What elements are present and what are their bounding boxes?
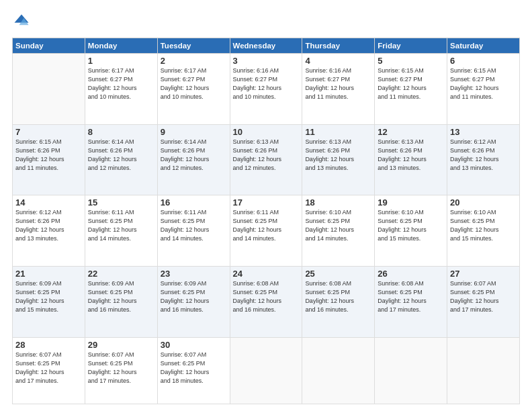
day-number: 29 xyxy=(88,340,154,350)
header-row: SundayMondayTuesdayWednesdayThursdayFrid… xyxy=(13,38,520,54)
day-number: 10 xyxy=(233,127,300,137)
day-cell: 5Sunrise: 6:15 AM Sunset: 6:27 PM Daylig… xyxy=(375,54,447,125)
day-info: Sunrise: 6:09 AM Sunset: 6:25 PM Dayligh… xyxy=(161,279,227,314)
day-cell: 22Sunrise: 6:09 AM Sunset: 6:25 PM Dayli… xyxy=(85,266,157,337)
day-number: 19 xyxy=(378,197,444,208)
day-info: Sunrise: 6:13 AM Sunset: 6:26 PM Dayligh… xyxy=(378,138,444,173)
day-info: Sunrise: 6:11 AM Sunset: 6:25 PM Dayligh… xyxy=(233,208,300,243)
day-header-tuesday: Tuesday xyxy=(157,38,230,54)
day-number: 17 xyxy=(233,197,300,208)
day-cell: 14Sunrise: 6:12 AM Sunset: 6:26 PM Dayli… xyxy=(13,195,85,267)
day-cell: 10Sunrise: 6:13 AM Sunset: 6:26 PM Dayli… xyxy=(230,124,302,195)
day-number: 15 xyxy=(88,197,154,208)
day-info: Sunrise: 6:07 AM Sunset: 6:25 PM Dayligh… xyxy=(15,351,82,385)
week-row-1: 1Sunrise: 6:17 AM Sunset: 6:27 PM Daylig… xyxy=(13,54,520,125)
day-number: 21 xyxy=(15,269,82,279)
day-number: 2 xyxy=(161,56,227,66)
week-row-3: 14Sunrise: 6:12 AM Sunset: 6:26 PM Dayli… xyxy=(13,195,520,267)
day-cell: 15Sunrise: 6:11 AM Sunset: 6:25 PM Dayli… xyxy=(85,195,157,267)
day-number: 7 xyxy=(15,127,82,137)
day-info: Sunrise: 6:07 AM Sunset: 6:25 PM Dayligh… xyxy=(161,351,227,385)
svg-marker-0 xyxy=(15,15,29,23)
day-number: 27 xyxy=(450,269,517,279)
day-number: 11 xyxy=(305,127,371,137)
day-info: Sunrise: 6:14 AM Sunset: 6:26 PM Dayligh… xyxy=(88,138,154,173)
week-row-2: 7Sunrise: 6:15 AM Sunset: 6:26 PM Daylig… xyxy=(13,124,520,195)
day-info: Sunrise: 6:15 AM Sunset: 6:27 PM Dayligh… xyxy=(450,66,517,101)
day-number: 24 xyxy=(233,269,300,279)
day-info: Sunrise: 6:10 AM Sunset: 6:25 PM Dayligh… xyxy=(450,208,517,243)
day-header-wednesday: Wednesday xyxy=(230,38,302,54)
day-number: 22 xyxy=(88,269,154,279)
day-cell: 26Sunrise: 6:08 AM Sunset: 6:25 PM Dayli… xyxy=(375,266,447,337)
day-info: Sunrise: 6:17 AM Sunset: 6:27 PM Dayligh… xyxy=(161,66,227,101)
day-cell: 2Sunrise: 6:17 AM Sunset: 6:27 PM Daylig… xyxy=(157,54,230,125)
day-info: Sunrise: 6:16 AM Sunset: 6:27 PM Dayligh… xyxy=(233,66,300,101)
day-cell xyxy=(302,337,375,404)
day-number: 28 xyxy=(15,340,82,350)
day-info: Sunrise: 6:17 AM Sunset: 6:27 PM Dayligh… xyxy=(88,66,154,101)
day-info: Sunrise: 6:10 AM Sunset: 6:25 PM Dayligh… xyxy=(305,208,371,243)
day-info: Sunrise: 6:12 AM Sunset: 6:26 PM Dayligh… xyxy=(15,208,82,243)
day-number: 4 xyxy=(305,56,371,66)
day-info: Sunrise: 6:12 AM Sunset: 6:26 PM Dayligh… xyxy=(450,138,517,173)
day-info: Sunrise: 6:07 AM Sunset: 6:25 PM Dayligh… xyxy=(450,279,517,314)
day-cell: 19Sunrise: 6:10 AM Sunset: 6:25 PM Dayli… xyxy=(375,195,447,267)
day-cell xyxy=(447,337,520,404)
week-row-4: 21Sunrise: 6:09 AM Sunset: 6:25 PM Dayli… xyxy=(13,266,520,337)
day-info: Sunrise: 6:15 AM Sunset: 6:26 PM Dayligh… xyxy=(15,138,82,173)
day-number: 18 xyxy=(305,197,371,208)
day-header-thursday: Thursday xyxy=(302,38,375,54)
day-number: 30 xyxy=(161,340,227,350)
day-number: 20 xyxy=(450,197,517,208)
day-cell: 20Sunrise: 6:10 AM Sunset: 6:25 PM Dayli… xyxy=(447,195,520,267)
day-cell: 25Sunrise: 6:08 AM Sunset: 6:25 PM Dayli… xyxy=(302,266,375,337)
page: SundayMondayTuesdayWednesdayThursdayFrid… xyxy=(0,0,532,411)
day-info: Sunrise: 6:09 AM Sunset: 6:25 PM Dayligh… xyxy=(88,279,154,314)
day-number: 5 xyxy=(378,56,444,66)
calendar-table: SundayMondayTuesdayWednesdayThursdayFrid… xyxy=(12,38,520,404)
day-cell xyxy=(375,337,447,404)
day-info: Sunrise: 6:11 AM Sunset: 6:25 PM Dayligh… xyxy=(88,208,154,243)
day-cell: 13Sunrise: 6:12 AM Sunset: 6:26 PM Dayli… xyxy=(447,124,520,195)
day-number: 12 xyxy=(378,127,444,137)
day-cell: 7Sunrise: 6:15 AM Sunset: 6:26 PM Daylig… xyxy=(13,124,85,195)
day-info: Sunrise: 6:11 AM Sunset: 6:25 PM Dayligh… xyxy=(161,208,227,243)
day-info: Sunrise: 6:08 AM Sunset: 6:25 PM Dayligh… xyxy=(233,279,300,314)
day-cell: 1Sunrise: 6:17 AM Sunset: 6:27 PM Daylig… xyxy=(85,54,157,125)
day-info: Sunrise: 6:08 AM Sunset: 6:25 PM Dayligh… xyxy=(378,279,444,314)
day-info: Sunrise: 6:13 AM Sunset: 6:26 PM Dayligh… xyxy=(305,138,371,173)
day-number: 1 xyxy=(88,56,154,66)
day-cell xyxy=(230,337,302,404)
day-cell: 8Sunrise: 6:14 AM Sunset: 6:26 PM Daylig… xyxy=(85,124,157,195)
header xyxy=(12,12,520,31)
day-number: 3 xyxy=(233,56,300,66)
day-cell: 21Sunrise: 6:09 AM Sunset: 6:25 PM Dayli… xyxy=(13,266,85,337)
day-cell: 24Sunrise: 6:08 AM Sunset: 6:25 PM Dayli… xyxy=(230,266,302,337)
logo xyxy=(12,12,34,31)
day-cell: 16Sunrise: 6:11 AM Sunset: 6:25 PM Dayli… xyxy=(157,195,230,267)
day-number: 14 xyxy=(15,197,82,208)
day-number: 8 xyxy=(88,127,154,137)
day-info: Sunrise: 6:13 AM Sunset: 6:26 PM Dayligh… xyxy=(233,138,300,173)
day-info: Sunrise: 6:07 AM Sunset: 6:25 PM Dayligh… xyxy=(88,351,154,385)
day-info: Sunrise: 6:14 AM Sunset: 6:26 PM Dayligh… xyxy=(161,138,227,173)
day-cell: 23Sunrise: 6:09 AM Sunset: 6:25 PM Dayli… xyxy=(157,266,230,337)
day-info: Sunrise: 6:10 AM Sunset: 6:25 PM Dayligh… xyxy=(378,208,444,243)
day-number: 16 xyxy=(161,197,227,208)
day-cell: 4Sunrise: 6:16 AM Sunset: 6:27 PM Daylig… xyxy=(302,54,375,125)
day-number: 26 xyxy=(378,269,444,279)
day-cell: 18Sunrise: 6:10 AM Sunset: 6:25 PM Dayli… xyxy=(302,195,375,267)
day-cell: 29Sunrise: 6:07 AM Sunset: 6:25 PM Dayli… xyxy=(85,337,157,404)
day-cell: 6Sunrise: 6:15 AM Sunset: 6:27 PM Daylig… xyxy=(447,54,520,125)
day-cell: 12Sunrise: 6:13 AM Sunset: 6:26 PM Dayli… xyxy=(375,124,447,195)
day-info: Sunrise: 6:15 AM Sunset: 6:27 PM Dayligh… xyxy=(378,66,444,101)
day-cell: 3Sunrise: 6:16 AM Sunset: 6:27 PM Daylig… xyxy=(230,54,302,125)
day-header-friday: Friday xyxy=(375,38,447,54)
day-cell: 11Sunrise: 6:13 AM Sunset: 6:26 PM Dayli… xyxy=(302,124,375,195)
day-number: 9 xyxy=(161,127,227,137)
day-cell: 30Sunrise: 6:07 AM Sunset: 6:25 PM Dayli… xyxy=(157,337,230,404)
day-cell: 17Sunrise: 6:11 AM Sunset: 6:25 PM Dayli… xyxy=(230,195,302,267)
day-info: Sunrise: 6:08 AM Sunset: 6:25 PM Dayligh… xyxy=(305,279,371,314)
day-info: Sunrise: 6:16 AM Sunset: 6:27 PM Dayligh… xyxy=(305,66,371,101)
